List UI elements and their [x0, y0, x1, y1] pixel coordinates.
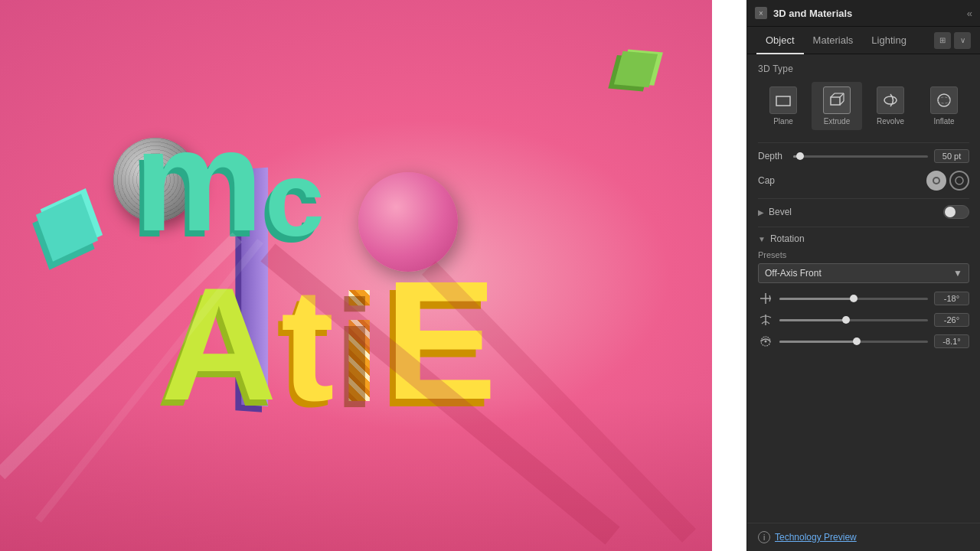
- axis-y-row: -26°: [758, 312, 969, 328]
- axis-z-row: -8.1°: [758, 334, 969, 349]
- preset-chevron: ▼: [953, 268, 962, 279]
- divider-2: [758, 198, 969, 199]
- letter-i: i: [338, 272, 381, 425]
- axis-z-slider[interactable]: [779, 341, 928, 343]
- panel-3d-materials: × 3D and Materials « Object Materials Li…: [746, 0, 980, 551]
- panel-content: 3D Type Plane: [747, 54, 980, 523]
- type-grid: Plane Extrude: [758, 82, 969, 130]
- axis-x-fill: [779, 298, 854, 300]
- type-inflate[interactable]: Inflate: [919, 82, 969, 130]
- cap-button-2[interactable]: [949, 171, 969, 191]
- svg-point-12: [938, 94, 950, 106]
- canvas-area: m c A t i E: [0, 0, 712, 551]
- extrude-label: Extrude: [824, 117, 850, 126]
- svg-line-7: [840, 93, 844, 97]
- rotation-chevron: ▼: [758, 235, 766, 243]
- info-letter: i: [763, 533, 765, 542]
- text-row-2: A t i E: [161, 253, 497, 425]
- extrude-icon: [823, 86, 851, 114]
- axis-y-value[interactable]: -26°: [934, 313, 969, 327]
- tech-preview-bar: i Technology Preview: [747, 523, 980, 551]
- axis-x-slider[interactable]: [779, 298, 928, 300]
- cap-buttons: [926, 171, 969, 191]
- letter-e: E: [384, 256, 497, 425]
- axis-y-fill: [779, 319, 846, 321]
- svg-point-15: [934, 178, 939, 183]
- type-revolve[interactable]: Revolve: [865, 82, 916, 130]
- type-section-label: 3D Type: [758, 64, 969, 74]
- tab-object[interactable]: Object: [756, 27, 804, 54]
- rotation-header[interactable]: ▼ Rotation: [758, 233, 969, 244]
- svg-point-21: [765, 341, 767, 343]
- info-icon: i: [758, 531, 770, 543]
- divider-1: [758, 142, 969, 143]
- letter-m: m: [134, 107, 263, 253]
- axis-x-thumb[interactable]: [850, 295, 858, 302]
- bevel-row[interactable]: ▶ Bevel: [758, 205, 969, 219]
- text-row-1: m c: [134, 107, 325, 253]
- plane-icon: [769, 86, 797, 114]
- rotation-label: Rotation: [770, 233, 969, 244]
- type-plane[interactable]: Plane: [758, 82, 808, 130]
- letter-c: c: [265, 145, 325, 253]
- tab-lighting[interactable]: Lighting: [862, 27, 916, 54]
- axis-y-thumb[interactable]: [842, 316, 850, 324]
- svg-point-11: [884, 96, 897, 104]
- inflate-label: Inflate: [933, 117, 954, 126]
- divider-3: [758, 227, 969, 227]
- depth-slider[interactable]: [793, 155, 928, 158]
- type-extrude[interactable]: Extrude: [812, 82, 862, 130]
- presets-label: Presets: [758, 250, 969, 259]
- panel-tabs: Object Materials Lighting ⊞ ∨: [747, 27, 980, 54]
- plane-label: Plane: [773, 117, 793, 126]
- panel-titlebar: × 3D and Materials «: [747, 0, 980, 27]
- depth-slider-thumb[interactable]: [796, 152, 804, 160]
- svg-rect-5: [831, 97, 840, 105]
- bevel-label: Bevel: [769, 207, 943, 217]
- cap-row: Cap: [758, 171, 969, 191]
- tab-icon-chevron[interactable]: ∨: [954, 32, 971, 49]
- axis-z-thumb[interactable]: [853, 337, 861, 345]
- svg-rect-4: [776, 96, 790, 106]
- axis-y-slider[interactable]: [779, 319, 928, 321]
- panel-collapse-button[interactable]: «: [967, 8, 972, 19]
- bevel-chevron: ▶: [758, 208, 764, 217]
- letter-a: A: [161, 264, 277, 425]
- svg-point-13: [938, 97, 950, 103]
- axis-x-icon: [758, 291, 773, 306]
- preset-value: Off-Axis Front: [765, 268, 822, 279]
- tab-materials[interactable]: Materials: [804, 27, 863, 54]
- presets-dropdown[interactable]: Off-Axis Front ▼: [758, 263, 969, 283]
- cap-button-1[interactable]: [926, 171, 946, 191]
- revolve-icon: [877, 86, 904, 114]
- depth-value[interactable]: 50 pt: [934, 149, 969, 163]
- bevel-toggle-knob: [945, 207, 956, 217]
- axis-z-fill: [779, 341, 857, 343]
- bevel-toggle[interactable]: [943, 205, 969, 219]
- tab-icon-grid[interactable]: ⊞: [934, 32, 951, 49]
- depth-label: Depth: [758, 151, 787, 161]
- cap-label: Cap: [758, 175, 926, 186]
- tech-preview-link[interactable]: Technology Preview: [775, 532, 857, 543]
- revolve-label: Revolve: [877, 117, 904, 126]
- panel-close-button[interactable]: ×: [755, 7, 767, 19]
- svg-point-16: [956, 177, 963, 184]
- axis-z-value[interactable]: -8.1°: [934, 334, 969, 348]
- axis-x-value[interactable]: -18°: [934, 292, 969, 305]
- axis-y-icon: [758, 312, 773, 328]
- depth-row: Depth 50 pt: [758, 149, 969, 163]
- tab-icons: ⊞ ∨: [934, 32, 971, 49]
- axis-x-row: -18°: [758, 291, 969, 306]
- inflate-icon: [930, 86, 958, 114]
- letter-t: t: [281, 264, 335, 425]
- panel-title: 3D and Materials: [773, 8, 967, 19]
- axis-z-icon: [758, 334, 773, 349]
